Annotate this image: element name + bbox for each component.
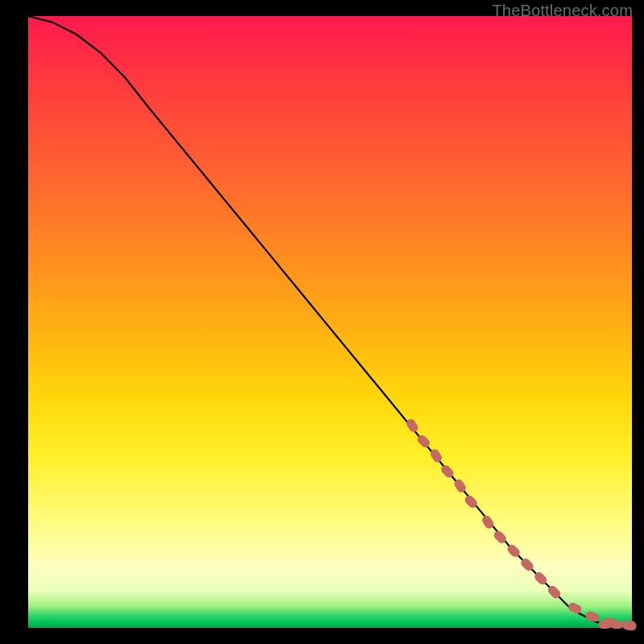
highlight-dash (567, 601, 583, 616)
highlight-dash (622, 621, 635, 629)
plot-area (28, 16, 632, 628)
chart-svg (28, 16, 632, 628)
highlight-dash (481, 514, 496, 530)
highlight-dots (405, 418, 637, 631)
highlight-dash (598, 621, 611, 629)
highlight-dash (584, 610, 601, 623)
chart-frame: TheBottleneck.com (0, 0, 644, 644)
highlight-dash (405, 418, 420, 434)
bottleneck-curve-line (28, 16, 632, 627)
highlight-dash (610, 621, 623, 629)
